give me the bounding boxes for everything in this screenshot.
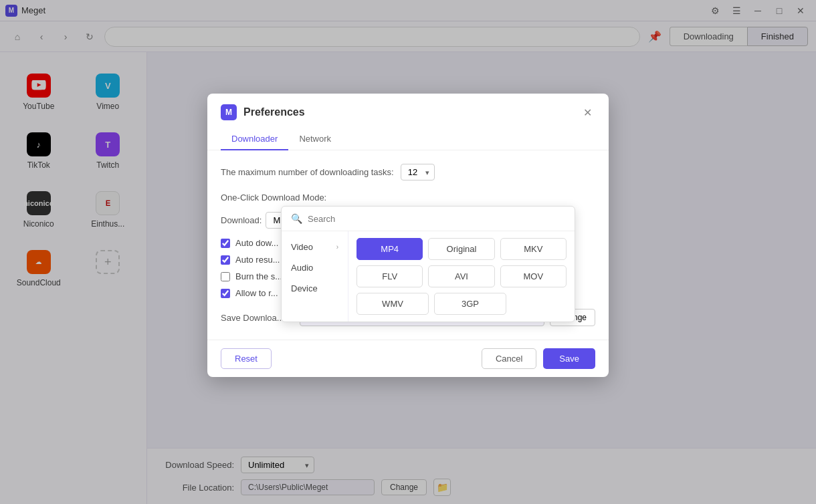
dialog-footer: Reset Cancel Save bbox=[207, 340, 609, 377]
format-row-1: FLV AVI MOV bbox=[356, 265, 567, 287]
max-tasks-label: The maximum number of downloading tasks: bbox=[221, 167, 394, 177]
max-tasks-row: The maximum number of downloading tasks:… bbox=[221, 164, 595, 180]
format-btn-mov[interactable]: MOV bbox=[500, 265, 567, 287]
auto-download-label: Auto dow... bbox=[235, 238, 278, 248]
format-search: 🔍 bbox=[282, 207, 575, 231]
format-btn-wmv[interactable]: WMV bbox=[356, 293, 429, 315]
cancel-button[interactable]: Cancel bbox=[482, 348, 536, 369]
reset-button[interactable]: Reset bbox=[221, 348, 272, 369]
dialog-header: M Preferences ✕ bbox=[207, 94, 609, 120]
format-row-2: WMV 3GP bbox=[356, 293, 567, 315]
auto-resume-checkbox[interactable] bbox=[221, 255, 230, 265]
auto-download-checkbox[interactable] bbox=[221, 239, 230, 248]
format-cat-device[interactable]: Device bbox=[282, 278, 348, 299]
format-cat-audio[interactable]: Audio bbox=[282, 257, 348, 278]
format-btn-avi[interactable]: AVI bbox=[428, 265, 494, 287]
dialog-close-button[interactable]: ✕ bbox=[579, 104, 595, 120]
search-icon: 🔍 bbox=[291, 213, 302, 224]
format-categories: Video › Audio Device bbox=[282, 231, 348, 322]
burn-subtitle-checkbox[interactable] bbox=[221, 272, 230, 281]
burn-subtitle-label: Burn the s... bbox=[235, 271, 282, 281]
format-btn-flv[interactable]: FLV bbox=[356, 265, 423, 287]
max-tasks-select-wrapper: 12 1246 8101620 bbox=[401, 164, 435, 180]
allow-checkbox[interactable] bbox=[221, 289, 230, 298]
download-opt-label: Download: bbox=[221, 215, 262, 225]
format-content: Video › Audio Device MP4 Original MKV FL… bbox=[282, 231, 575, 322]
format-cat-video[interactable]: Video › bbox=[282, 237, 348, 257]
format-options: MP4 Original MKV FLV AVI MOV WMV 3GP bbox=[348, 231, 575, 322]
tab-downloader[interactable]: Downloader bbox=[221, 128, 288, 150]
format-btn-3gp[interactable]: 3GP bbox=[434, 293, 506, 315]
tab-network[interactable]: Network bbox=[288, 128, 342, 150]
auto-resume-label: Auto resu... bbox=[235, 255, 280, 265]
dialog-tabs: Downloader Network bbox=[207, 128, 609, 150]
one-click-label: One-Click Download Mode: bbox=[221, 193, 595, 203]
allow-label: Allow to r... bbox=[235, 288, 278, 298]
save-button[interactable]: Save bbox=[543, 348, 595, 369]
dialog-logo: M bbox=[221, 104, 237, 120]
format-btn-mp4[interactable]: MP4 bbox=[356, 238, 423, 260]
format-row-0: MP4 Original MKV bbox=[356, 238, 567, 260]
format-btn-mkv[interactable]: MKV bbox=[500, 238, 567, 260]
footer-right: Cancel Save bbox=[482, 348, 595, 369]
format-search-input[interactable] bbox=[308, 214, 565, 224]
format-btn-original[interactable]: Original bbox=[428, 238, 494, 260]
format-popup: 🔍 Video › Audio Device MP4 Original MKV … bbox=[281, 206, 575, 322]
dialog-title: Preferences bbox=[243, 106, 579, 118]
max-tasks-select[interactable]: 12 1246 8101620 bbox=[401, 164, 435, 180]
